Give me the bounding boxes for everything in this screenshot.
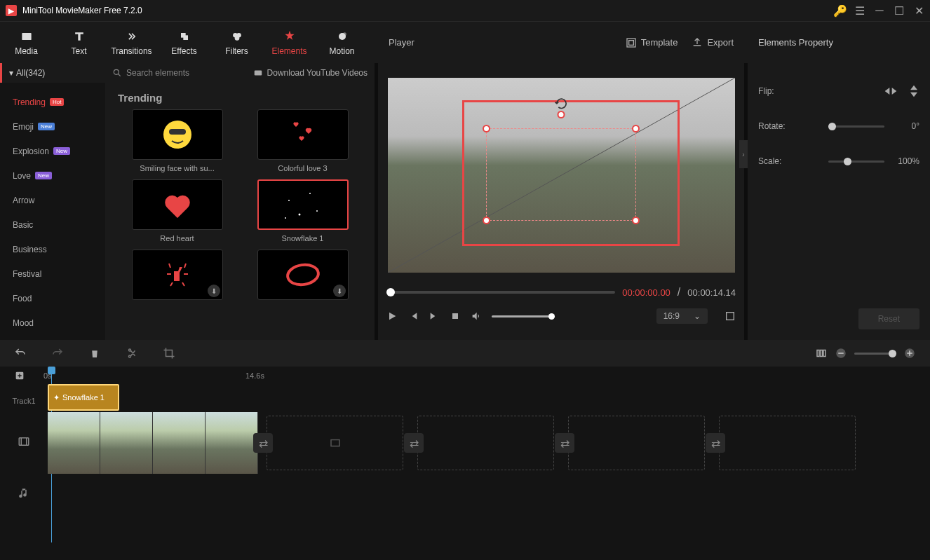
close-button[interactable]: ✕ (913, 5, 924, 16)
rotate-handle[interactable] (557, 111, 565, 118)
delete-button[interactable] (88, 347, 101, 360)
collapse-properties-button[interactable]: › (739, 140, 748, 168)
handle-tr[interactable] (632, 125, 640, 132)
zoom-in-button[interactable] (903, 347, 916, 360)
svg-rect-8 (627, 39, 635, 47)
tab-text[interactable]: Text (53, 25, 105, 60)
category-arrow[interactable]: Arrow (0, 188, 105, 212)
stop-button[interactable] (450, 310, 461, 322)
video-preview[interactable] (378, 70, 744, 280)
category-trending[interactable]: TrendingHot (0, 90, 105, 114)
flip-horizontal-button[interactable] (884, 86, 898, 97)
reset-button[interactable]: Reset (858, 308, 919, 329)
svg-rect-25 (823, 350, 825, 357)
fit-zoom-button[interactable] (815, 347, 828, 360)
zoom-slider[interactable] (854, 353, 896, 355)
search-input[interactable]: Search elements (112, 68, 189, 78)
download-icon[interactable]: ⬇ (333, 285, 346, 297)
element-card[interactable]: ⬇ (118, 250, 236, 304)
seek-head[interactable] (386, 288, 395, 296)
scale-value: 100% (895, 156, 919, 166)
transition-slot-button[interactable]: ⇄ (706, 433, 725, 453)
tab-elements[interactable]: Elements (263, 25, 316, 60)
download-icon[interactable]: ⬇ (208, 285, 220, 297)
video-track-icon (18, 435, 30, 448)
template-button[interactable]: Template (626, 37, 678, 48)
split-button[interactable] (126, 347, 138, 360)
handle-bl[interactable] (483, 217, 490, 224)
transition-slot-button[interactable]: ⇄ (555, 433, 574, 453)
volume-icon[interactable] (471, 310, 482, 322)
tab-transitions[interactable]: Transitions (105, 25, 158, 60)
element-card[interactable]: ⬇ (243, 250, 362, 304)
category-emoji[interactable]: EmojiNew (0, 114, 105, 139)
handle-tl[interactable] (483, 125, 490, 132)
star-icon: ✦ (53, 393, 60, 402)
timeline-ruler[interactable]: 0s 14.6s (0, 367, 930, 384)
category-explosion[interactable]: ExplosionNew (0, 139, 105, 163)
category-basic[interactable]: Basic (0, 212, 105, 237)
minimize-button[interactable]: ─ (874, 5, 885, 16)
prev-frame-button[interactable] (407, 310, 419, 322)
fullscreen-button[interactable] (725, 310, 736, 322)
category-mood[interactable]: Mood (0, 310, 105, 335)
svg-rect-24 (821, 350, 823, 357)
empty-slot[interactable]: ⇄ (719, 416, 856, 470)
svg-rect-0 (22, 33, 31, 40)
category-header[interactable]: ▾All(342) (0, 63, 105, 83)
tab-motion[interactable]: Motion (316, 25, 368, 60)
next-frame-button[interactable] (429, 310, 440, 322)
timeline-clip-snowflake[interactable]: ✦Snowflake 1 (48, 384, 119, 411)
rotate-slider[interactable] (828, 125, 884, 128)
download-youtube-link[interactable]: Download YouTube Videos (253, 68, 368, 78)
element-card[interactable]: Red heart (118, 179, 236, 243)
export-button[interactable]: Export (692, 37, 734, 48)
handle-br[interactable] (632, 217, 640, 224)
player-label: Player (389, 37, 415, 48)
svg-point-15 (309, 193, 311, 194)
element-card[interactable]: Smiling face with su... (118, 109, 236, 172)
svg-rect-29 (19, 438, 29, 446)
empty-slot[interactable]: ⇄ (267, 416, 403, 470)
svg-point-5 (234, 36, 239, 41)
video-clip[interactable] (48, 412, 258, 474)
flip-vertical-button[interactable] (908, 84, 919, 98)
volume-slider[interactable] (492, 315, 555, 317)
search-icon (112, 68, 122, 78)
transition-slot-button[interactable]: ⇄ (404, 433, 424, 453)
svg-rect-22 (727, 313, 734, 320)
zoom-out-button[interactable] (835, 347, 847, 360)
aspect-ratio-select[interactable]: 16:9⌄ (656, 308, 708, 324)
maximize-button[interactable]: ☐ (894, 5, 905, 16)
empty-slot[interactable]: ⇄ (417, 416, 554, 470)
category-love[interactable]: LoveNew (0, 163, 105, 188)
redo-button[interactable] (51, 347, 64, 360)
svg-rect-9 (628, 40, 633, 45)
play-button[interactable] (386, 310, 398, 322)
category-festival[interactable]: Festival (0, 261, 105, 286)
tab-filters[interactable]: Filters (210, 25, 263, 60)
svg-point-19 (286, 263, 319, 287)
svg-rect-11 (254, 71, 262, 76)
svg-rect-2 (183, 35, 188, 40)
seek-bar[interactable] (386, 291, 615, 294)
menu-icon[interactable]: ☰ (854, 5, 865, 16)
element-card[interactable]: Snowflake 1 (243, 179, 362, 243)
category-food[interactable]: Food (0, 286, 105, 310)
empty-slot[interactable]: ⇄ (568, 416, 705, 470)
audio-track-icon (18, 487, 30, 500)
element-card[interactable]: Colorful love 3 (243, 109, 362, 172)
key-icon[interactable]: 🔑 (835, 5, 846, 16)
selection-box-inner[interactable] (486, 128, 636, 221)
crop-button[interactable] (163, 347, 175, 360)
tab-effects[interactable]: Effects (158, 25, 210, 60)
category-business[interactable]: Business (0, 237, 105, 261)
undo-button[interactable] (14, 347, 27, 360)
scale-slider[interactable] (828, 161, 884, 163)
tab-media[interactable]: Media (0, 25, 53, 60)
titlebar: ▶ MiniTool MovieMaker Free 7.2.0 🔑 ☰ ─ ☐… (0, 0, 930, 21)
playhead[interactable] (48, 367, 55, 374)
transition-slot-button[interactable]: ⇄ (253, 433, 273, 453)
svg-point-14 (288, 200, 290, 201)
add-track-button[interactable] (14, 370, 25, 381)
